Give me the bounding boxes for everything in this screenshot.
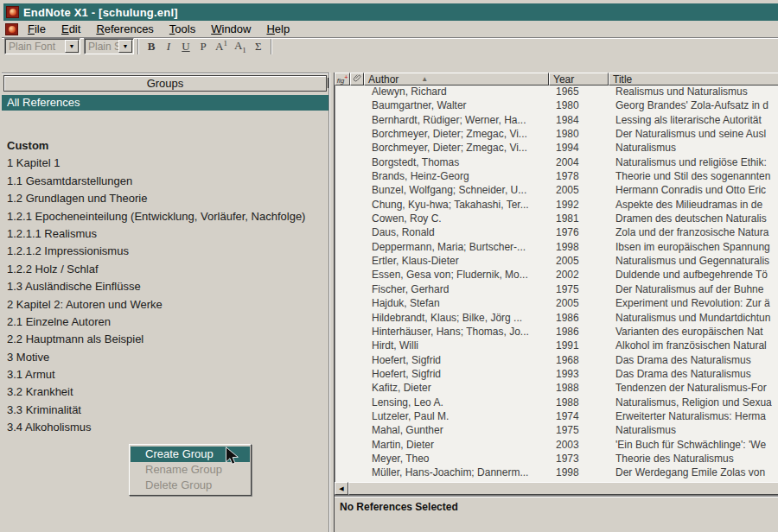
table-row[interactable]: Hoefert, Sigfrid1993Das Drama des Natura…: [335, 368, 778, 382]
group-item-2-2-hauptmann-als-beispiel[interactable]: 2.2 Hauptmann als Beispiel: [2, 331, 328, 348]
attachment-cell: [351, 382, 365, 396]
subscript-button[interactable]: A1: [231, 39, 250, 54]
author-cell: Cowen, Roy C.: [365, 212, 550, 226]
attachment-cell: [351, 199, 365, 212]
menu-tools[interactable]: Tools: [162, 22, 203, 36]
figure-cell: [335, 128, 351, 142]
group-item-3-3-kriminalit-t[interactable]: 3.3 Kriminalität: [2, 402, 328, 419]
group-item-3-4-alkoholismus[interactable]: 3.4 Alkoholismus: [2, 419, 328, 436]
column-header-title[interactable]: Title: [609, 73, 778, 86]
reference-list: Alewyn, Richard1965Realismus und Natural…: [335, 86, 778, 482]
table-row[interactable]: Daus, Ronald1976Zola und der franzosisch…: [335, 226, 778, 240]
menu-file[interactable]: File: [20, 22, 54, 36]
table-row[interactable]: Borchmeyer, Dieter; Zmegac, Vi...1994Nat…: [335, 142, 778, 155]
table-row[interactable]: Ertler, Klaus-Dieter2005Naturalismus und…: [335, 255, 778, 269]
horizontal-scrollbar[interactable]: ◀: [335, 482, 778, 495]
group-item-1-2-1-1-realismus[interactable]: 1.2.1.1 Realismus: [2, 225, 328, 243]
group-item-1-2-2-holz-schlaf[interactable]: 1.2.2 Holz / Schlaf: [2, 261, 328, 278]
attachment-cell: [351, 170, 365, 184]
column-header-year[interactable]: Year: [549, 73, 609, 86]
attachment-cell: [351, 354, 365, 368]
table-row[interactable]: Bunzel, Wolfgang; Schneider, U...2005Her…: [335, 184, 778, 198]
table-row[interactable]: Essen, Gesa von; Fludernik, Mo...2002Dul…: [335, 269, 778, 282]
table-row[interactable]: Borgstedt, Thomas2004Naturalismus und re…: [335, 156, 778, 170]
table-row[interactable]: Meyer, Theo1973Theorie des Naturalismus: [335, 453, 778, 466]
figure-cell: [335, 199, 351, 212]
table-row[interactable]: Hajduk, Stefan2005Experiment und Revolut…: [335, 297, 778, 311]
group-item-1-2-1-2-impressionismus[interactable]: 1.2.1.2 Impressionismus: [2, 243, 328, 260]
table-row[interactable]: Bernhardt, Rüdiger; Werner, Ha...1984Les…: [335, 114, 778, 128]
author-cell: Bunzel, Wolfgang; Schneider, U...: [365, 184, 550, 198]
table-row[interactable]: Hoefert, Sigfrid1968Das Drama des Natura…: [335, 354, 778, 368]
table-row[interactable]: Borchmeyer, Dieter; Zmegac, Vi...1980Der…: [335, 128, 778, 142]
table-row[interactable]: Hinterhäuser, Hans; Thomas, Jo...1986Var…: [335, 326, 778, 339]
size-value: Plain Size: [85, 41, 118, 53]
table-row[interactable]: Lensing, Leo A.1988Naturalismus, Religio…: [335, 396, 778, 410]
title-cell: Theorie des Naturalismus: [609, 453, 778, 466]
size-select[interactable]: Plain Size ▼: [84, 38, 134, 54]
column-header-attachment[interactable]: [350, 73, 364, 86]
menu-edit[interactable]: Edit: [54, 22, 88, 36]
chevron-down-icon[interactable]: ▼: [65, 40, 79, 53]
year-cell: 1992: [550, 199, 609, 212]
table-row[interactable]: Hirdt, Willi1991Alkohol im französischen…: [335, 339, 778, 353]
superscript-button[interactable]: A1: [212, 39, 231, 54]
underline-button[interactable]: U: [177, 39, 194, 54]
author-cell: Daus, Ronald: [365, 226, 550, 240]
scroll-left-button[interactable]: ◀: [335, 482, 348, 495]
group-item-1-3-ausl-ndische-einfl-sse[interactable]: 1.3 Ausländische Einflüsse: [2, 278, 328, 295]
scrollbar-thumb[interactable]: [348, 482, 778, 495]
column-header-figure[interactable]: fig+: [335, 73, 350, 86]
table-row[interactable]: Hildebrandt, Klaus; Bilke, Jörg ...1986N…: [335, 312, 778, 326]
table-row[interactable]: Cowen, Roy C.1981Dramen des deutschen Na…: [335, 212, 778, 226]
table-row[interactable]: Müller, Hans-Joachim; Dannerm...1998Der …: [335, 466, 778, 480]
group-item-1-2-grundlagen-und-theorie[interactable]: 1.2 Grundlagen und Theorie: [2, 190, 328, 207]
year-cell: 1973: [550, 453, 609, 466]
group-item-3-1-armut[interactable]: 3.1 Armut: [2, 366, 328, 383]
column-header-author[interactable]: Author ▲: [364, 73, 549, 86]
table-row[interactable]: Deppermann, Maria; Burtscher-...1998Ibse…: [335, 241, 778, 255]
paperclip-icon: [353, 73, 362, 86]
table-row[interactable]: Martin, Dieter2003'Ein Buch für Schwächl…: [335, 439, 778, 453]
attachment-cell: [351, 439, 365, 453]
table-row[interactable]: Lutzeler, Paul M.1974Erweiterter Natural…: [335, 410, 778, 424]
table-row[interactable]: Chung, Kyu-hwa; Takahashi, Ter...1992Asp…: [335, 199, 778, 212]
year-cell: 1968: [550, 354, 609, 368]
menu-references[interactable]: References: [88, 22, 161, 36]
attachment-cell: [351, 368, 365, 382]
window-title: EndNote X1 - [schulung.enl]: [23, 6, 178, 19]
menu-window[interactable]: Window: [203, 22, 258, 36]
attachment-cell: [351, 396, 365, 410]
group-item-all-references[interactable]: All References: [2, 95, 328, 111]
table-row[interactable]: Fischer, Gerhard1975Der Naturalismus auf…: [335, 283, 778, 297]
group-item-1-1-gesamtdarstellungen[interactable]: 1.1 Gesamtdarstellungen: [2, 173, 328, 190]
table-row[interactable]: Kafitz, Dieter1988Tendenzen der Naturali…: [335, 382, 778, 396]
table-row[interactable]: Brands, Heinz-Georg1978Theorie und Stil …: [335, 170, 778, 184]
year-cell: 1976: [550, 226, 609, 240]
font-select[interactable]: Plain Font ▼: [4, 38, 80, 54]
group-item-1-kapitel-1[interactable]: 1 Kapitel 1: [2, 155, 328, 172]
chevron-down-icon[interactable]: ▼: [118, 40, 132, 53]
attachment-cell: [351, 184, 365, 198]
title-cell: Duldende und aufbegehrende Tö: [609, 269, 778, 282]
plain-text-button[interactable]: P: [194, 39, 212, 54]
year-cell: 1978: [550, 170, 609, 184]
table-row[interactable]: Alewyn, Richard1965Realismus und Natural…: [335, 86, 778, 99]
symbol-button[interactable]: Σ: [250, 39, 267, 54]
column-label: Year: [553, 73, 574, 86]
menu-help[interactable]: Help: [258, 22, 297, 36]
group-item-3-motive[interactable]: 3 Motive: [2, 349, 328, 366]
library-document-icon[interactable]: [5, 23, 18, 35]
group-item-custom[interactable]: Custom: [2, 137, 328, 155]
table-row[interactable]: Mahal, Gunther1975Naturalismus: [335, 424, 778, 438]
references-panel: fig+ Author ▲ Year Title Alewyn, Richard…: [335, 73, 778, 532]
bold-button[interactable]: B: [143, 39, 160, 54]
group-item-2-kapitel-2-autoren-und-werke[interactable]: 2 Kapitel 2: Autoren und Werke: [2, 296, 328, 314]
group-item-3-2-krankheit[interactable]: 3.2 Krankheit: [2, 383, 328, 401]
table-row[interactable]: Baumgartner, Walter1980Georg Brandes' Zo…: [335, 99, 778, 113]
italic-button[interactable]: I: [160, 39, 177, 54]
title-cell: Naturalismus, Religion und Sexua: [609, 396, 778, 410]
group-item-2-1-einzelne-autoren[interactable]: 2.1 Einzelne Autoren: [2, 314, 328, 331]
panel-splitter[interactable]: [328, 73, 335, 532]
group-item-1-2-1-epocheneinteilung-entwicklung-vorl-ufer-nachfolge[interactable]: 1.2.1 Epocheneinteilung (Entwicklung, Vo…: [2, 208, 328, 225]
